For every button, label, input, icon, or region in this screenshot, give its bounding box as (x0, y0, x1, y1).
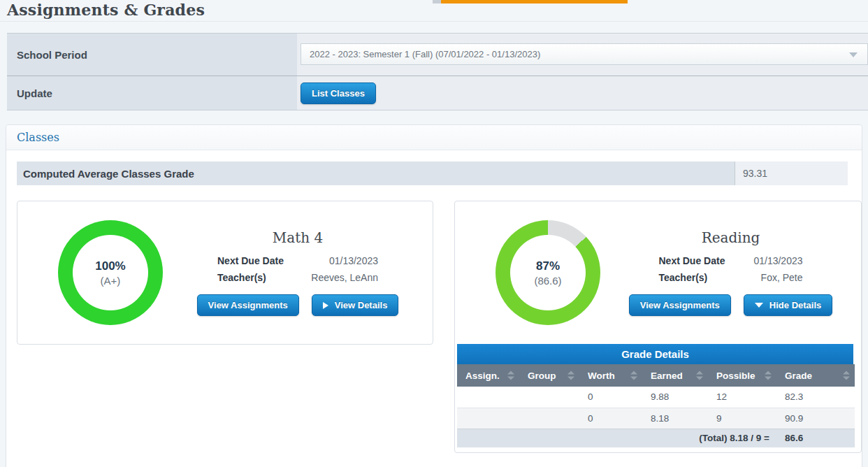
table-header-row: Assign. Group Worth Earned Possible Grad… (457, 364, 855, 387)
grade-percent: 87% (536, 259, 560, 273)
grade-letter: (A+) (101, 275, 121, 287)
cell-group (519, 408, 579, 429)
teachers-value: Reeves, LeAnn (305, 272, 378, 283)
column-header-grade[interactable]: Grade (776, 364, 855, 387)
next-due-date-label: Next Due Date (659, 255, 742, 266)
next-due-date-value: 01/13/2023 (742, 255, 803, 266)
cell-earned: 8.18 (642, 408, 708, 429)
class-name: Math 4 (273, 229, 323, 246)
school-period-selected-value: 2022 - 2023: Semester 1 (Fall) (07/01/20… (310, 49, 540, 59)
class-card-reading: 87% (86.6) Reading Next Due Date 01/13/2… (454, 201, 862, 453)
column-header-worth[interactable]: Worth (579, 364, 642, 387)
teachers-label: Teacher(s) (217, 272, 305, 283)
total-label: (Total) 8.18 / 9 = (457, 429, 776, 447)
classes-panel-header: Classes (6, 125, 862, 150)
school-period-row: School Period 2022 - 2023: Semester 1 (F… (7, 34, 868, 76)
column-header-earned[interactable]: Earned (642, 364, 708, 387)
grade-details-section: Grade Details Assign. Group Worth Earned… (457, 344, 853, 447)
view-details-button[interactable]: View Details (312, 294, 399, 316)
teachers-value: Fox, Pete (742, 272, 803, 283)
hide-details-button[interactable]: Hide Details (744, 294, 832, 316)
sort-arrows-icon (765, 371, 772, 380)
cell-grade: 90.9 (776, 408, 855, 429)
column-header-assign[interactable]: Assign. (457, 364, 519, 387)
total-value: 86.6 (776, 429, 855, 447)
cell-earned: 9.88 (642, 387, 708, 408)
sort-arrows-icon (507, 371, 514, 380)
sort-arrows-icon (696, 371, 703, 380)
column-header-possible[interactable]: Possible (708, 364, 776, 387)
grade-donut-chart: 100% (A+) (58, 220, 163, 325)
next-due-date-label: Next Due Date (217, 255, 305, 266)
grade-details-title: Grade Details (457, 344, 853, 364)
school-period-select[interactable]: 2022 - 2023: Semester 1 (Fall) (07/01/20… (301, 43, 868, 65)
next-due-date-value: 01/13/2023 (305, 255, 378, 266)
cell-group (519, 387, 579, 408)
grade-number: (86.6) (534, 275, 561, 287)
class-name: Reading (702, 229, 760, 246)
update-label: Update (7, 76, 297, 110)
triangle-down-icon (755, 303, 763, 308)
page-header: Assignments & Grades (0, 0, 868, 22)
cell-grade: 82.3 (776, 387, 855, 408)
view-assignments-button[interactable]: View Assignments (629, 294, 731, 316)
classes-panel-title: Classes (17, 131, 59, 144)
school-period-label: School Period (7, 34, 297, 76)
computed-average-value: 93.31 (735, 161, 848, 185)
cell-assign (457, 387, 519, 408)
view-assignments-button[interactable]: View Assignments (197, 294, 299, 316)
teachers-label: Teacher(s) (659, 272, 742, 283)
cell-assign (457, 408, 519, 429)
table-row: 0 9.88 12 82.3 (457, 387, 855, 408)
page-title: Assignments & Grades (7, 1, 205, 19)
class-cards: 100% (A+) Math 4 Next Due Date 01/13/202… (17, 201, 862, 453)
cell-worth: 0 (579, 408, 642, 429)
chevron-down-icon (849, 52, 858, 57)
update-row: Update List Classes (7, 76, 868, 110)
sort-arrows-icon (843, 371, 850, 380)
classes-panel: Classes Computed Average Classes Grade 9… (6, 124, 862, 467)
table-total-row: (Total) 8.18 / 9 = 86.6 (457, 429, 855, 447)
computed-average-label: Computed Average Classes Grade (17, 161, 735, 185)
triangle-right-icon (323, 302, 328, 309)
table-row: 0 8.18 9 90.9 (457, 408, 855, 429)
grade-details-table: Assign. Group Worth Earned Possible Grad… (457, 364, 855, 447)
cell-possible: 9 (708, 408, 776, 429)
sort-arrows-icon (630, 371, 637, 380)
column-header-group[interactable]: Group (519, 364, 579, 387)
list-classes-button[interactable]: List Classes (301, 82, 376, 104)
computed-average-row: Computed Average Classes Grade 93.31 (17, 161, 848, 185)
cell-worth: 0 (579, 387, 642, 408)
sort-arrows-icon (567, 371, 574, 380)
grade-percent: 100% (95, 259, 125, 273)
school-period-form: School Period 2022 - 2023: Semester 1 (F… (7, 33, 868, 110)
class-card-math-4: 100% (A+) Math 4 Next Due Date 01/13/202… (17, 201, 433, 345)
grade-donut-chart: 87% (86.6) (496, 220, 600, 325)
cell-possible: 12 (708, 387, 776, 408)
